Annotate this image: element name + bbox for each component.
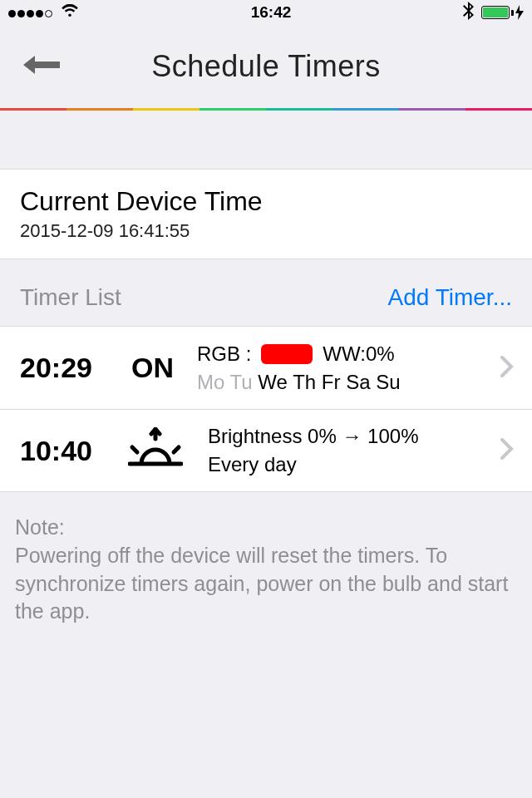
current-time-value: 2015-12-09 16:41:55 (20, 220, 512, 242)
timer-time: 10:40 (20, 435, 111, 467)
note-heading: Note: (15, 514, 517, 542)
note-body: Powering off the device will reset the t… (15, 542, 517, 626)
timer-brightness-line: Brightness 0% → 100% (208, 425, 512, 448)
add-timer-button[interactable]: Add Timer... (388, 284, 512, 311)
current-device-time-section: Current Device Time 2015-12-09 16:41:55 (0, 169, 532, 259)
battery-icon (481, 5, 524, 20)
page-title: Schedule Timers (151, 49, 381, 84)
rgb-swatch (261, 344, 313, 364)
rainbow-divider (0, 108, 532, 111)
back-button[interactable] (23, 56, 60, 77)
timer-row[interactable]: 20:29 ON RGB : WW:0% Mo Tu We Th Fr Sa S… (0, 326, 532, 409)
timer-list-header: Timer List Add Timer... (0, 259, 532, 326)
timer-state: ON (131, 352, 174, 384)
note-section: Note: Powering off the device will reset… (0, 492, 532, 648)
timer-days: Mo Tu We Th Fr Sa Su (197, 371, 512, 394)
nav-bar: Schedule Timers (0, 25, 532, 108)
sunrise-icon (126, 427, 185, 474)
timer-row[interactable]: 10:40 Brightness 0% → 100% Every day (0, 409, 532, 492)
ww-label: WW:0% (323, 342, 394, 366)
timer-time: 20:29 (20, 352, 111, 384)
days-active: We Th Fr Sa Su (253, 371, 401, 393)
svg-line-2 (174, 447, 179, 452)
svg-line-1 (132, 447, 137, 452)
bluetooth-icon (463, 2, 475, 24)
timer-schedule-line: Every day (208, 453, 512, 476)
timer-list-title: Timer List (20, 284, 121, 311)
chevron-right-icon (500, 356, 514, 381)
chevron-right-icon (500, 438, 514, 463)
status-time: 16:42 (251, 3, 292, 22)
wifi-icon (61, 4, 79, 22)
current-time-heading: Current Device Time (20, 186, 512, 217)
signal-dots-icon (8, 4, 54, 22)
status-bar: 16:42 (0, 0, 532, 25)
rgb-label: RGB : (197, 342, 251, 366)
days-inactive: Mo Tu (197, 371, 253, 393)
timer-color-line: RGB : WW:0% (197, 342, 512, 366)
